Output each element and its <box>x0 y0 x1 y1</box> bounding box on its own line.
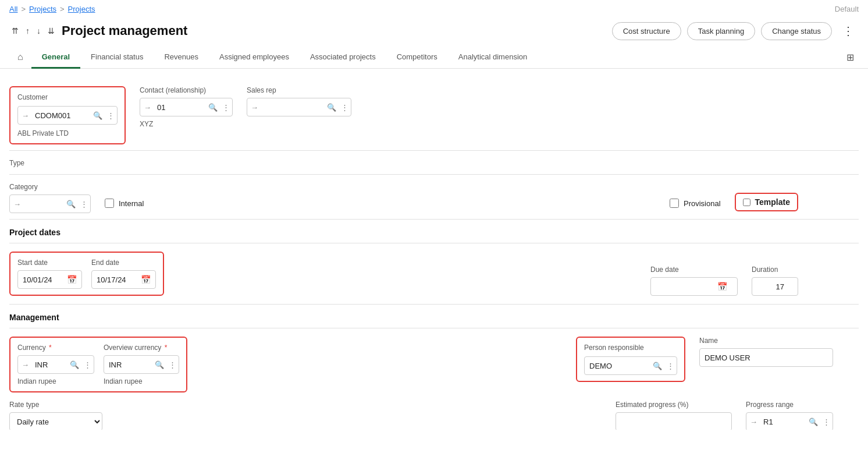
nav-bottom-button[interactable]: ⇊ <box>45 25 57 37</box>
person-responsible-input-combo: 🔍 ⋮ <box>584 356 677 375</box>
overview-currency-search-icon[interactable]: 🔍 <box>152 360 166 369</box>
duration-label: Duration <box>752 266 798 274</box>
project-dates-title: Project dates <box>9 228 859 237</box>
template-section: Template <box>735 193 798 211</box>
estimated-progress-input[interactable] <box>616 412 732 430</box>
overview-currency-more-icon[interactable]: ⋮ <box>166 360 179 369</box>
overview-currency-input[interactable] <box>104 360 152 369</box>
breadcrumb: All > Projects > Projects Default <box>0 0 868 18</box>
change-status-button[interactable]: Change status <box>761 22 832 40</box>
cost-structure-button[interactable]: Cost structure <box>612 22 681 40</box>
rate-type-label: Rate type <box>9 401 102 409</box>
breadcrumb-projects1[interactable]: Projects <box>29 5 56 13</box>
provisional-checkbox[interactable] <box>670 199 679 208</box>
contact-name: XYZ <box>140 120 233 128</box>
sales-rep-section: Sales rep → 🔍 ⋮ <box>247 86 351 116</box>
rate-type-select[interactable]: Daily rate <box>9 412 102 430</box>
internal-checkbox-label[interactable]: Internal <box>105 199 144 208</box>
category-search-icon[interactable]: 🔍 <box>64 200 78 208</box>
progress-range-more-icon[interactable]: ⋮ <box>820 418 833 426</box>
template-checkbox[interactable] <box>743 199 750 206</box>
contact-search-icon[interactable]: 🔍 <box>206 103 220 112</box>
page-title: Project management <box>62 23 607 38</box>
person-responsible-more-icon[interactable]: ⋮ <box>664 362 677 370</box>
customer-search-icon[interactable]: 🔍 <box>91 111 105 120</box>
sales-rep-search-icon[interactable]: 🔍 <box>325 103 339 112</box>
nav-top-button[interactable]: ⇈ <box>9 25 21 37</box>
currency-more-icon[interactable]: ⋮ <box>81 360 94 369</box>
tab-financial-status[interactable]: Financial status <box>80 47 154 69</box>
start-date-label: Start date <box>17 259 82 267</box>
sales-rep-arrow-btn[interactable]: → <box>247 103 262 112</box>
estimated-progress-section: Estimated progress (%) <box>616 401 732 430</box>
nav-up-button[interactable]: ↑ <box>23 25 32 37</box>
provisional-label: Provisional <box>684 199 721 208</box>
end-date-input[interactable] <box>97 275 137 284</box>
category-section: Category → 🔍 ⋮ <box>9 183 91 213</box>
task-planning-button[interactable]: Task planning <box>687 22 756 40</box>
currency-search-icon[interactable]: 🔍 <box>67 360 81 369</box>
provisional-checkbox-label[interactable]: Provisional <box>670 199 721 208</box>
tab-competitors[interactable]: Competitors <box>386 47 448 69</box>
customer-more-icon[interactable]: ⋮ <box>105 111 117 120</box>
start-date-calendar-icon[interactable]: 📅 <box>67 275 77 284</box>
end-date-label: End date <box>91 259 156 267</box>
project-dates-section: Start date 📅 End date 📅 <box>9 252 164 296</box>
nav-down-button[interactable]: ↓ <box>34 25 43 37</box>
category-input[interactable] <box>24 200 64 208</box>
customer-section: Customer → 🔍 ⋮ ABL Private LTD <box>9 86 126 144</box>
header-actions: Cost structure Task planning Change stat… <box>612 22 859 40</box>
customer-input[interactable] <box>33 111 91 120</box>
form-area: Customer → 🔍 ⋮ ABL Private LTD Contact (… <box>0 69 868 430</box>
customer-arrow-btn[interactable]: → <box>18 111 33 120</box>
currency-label: Currency * <box>17 344 94 352</box>
internal-label: Internal <box>119 199 144 208</box>
tab-assigned-employees[interactable]: Assigned employees <box>209 47 300 69</box>
progress-range-input[interactable] <box>761 418 806 426</box>
sales-rep-more-icon[interactable]: ⋮ <box>339 103 351 112</box>
template-label: Template <box>755 197 790 207</box>
estimated-progress-label: Estimated progress (%) <box>616 401 732 409</box>
overview-currency-input-combo: 🔍 ⋮ <box>104 355 179 374</box>
due-date-input-group: 📅 <box>650 277 738 296</box>
sales-rep-input[interactable] <box>262 103 325 112</box>
tabs-bar: ⌂ General Financial status Revenues Assi… <box>0 46 868 69</box>
contact-input-combo: → 🔍 ⋮ <box>140 98 233 116</box>
start-date-input[interactable] <box>23 275 63 284</box>
due-date-input[interactable] <box>656 282 714 291</box>
contact-arrow-btn[interactable]: → <box>140 103 155 112</box>
name-input[interactable] <box>699 348 833 367</box>
due-date-calendar-icon[interactable]: 📅 <box>717 282 727 291</box>
sales-rep-input-combo: → 🔍 ⋮ <box>247 98 351 116</box>
tab-home[interactable]: ⌂ <box>9 46 31 68</box>
breadcrumb-all[interactable]: All <box>9 5 17 13</box>
breadcrumb-sep2: > <box>60 5 65 13</box>
start-date-section: Start date 📅 <box>17 259 82 289</box>
breadcrumb-projects2[interactable]: Projects <box>68 5 95 13</box>
progress-range-search-icon[interactable]: 🔍 <box>806 418 820 426</box>
end-date-calendar-icon[interactable]: 📅 <box>141 275 151 284</box>
currency-arrow-btn[interactable]: → <box>18 360 33 369</box>
tab-analytical-dimension[interactable]: Analytical dimension <box>448 47 538 69</box>
person-responsible-search-icon[interactable]: 🔍 <box>650 362 664 370</box>
duration-input[interactable] <box>752 277 798 296</box>
contact-label: Contact (relationship) <box>140 86 233 94</box>
more-actions-button[interactable]: ⋮ <box>838 22 859 40</box>
progress-range-arrow-btn[interactable]: → <box>746 418 761 426</box>
category-more-icon[interactable]: ⋮ <box>78 200 90 208</box>
type-section: Type <box>9 159 24 168</box>
tab-general[interactable]: General <box>31 47 80 69</box>
contact-input[interactable] <box>155 103 206 112</box>
due-date-section: Due date 📅 <box>650 266 738 296</box>
end-date-input-group: 📅 <box>91 270 156 289</box>
person-responsible-section: Person responsible 🔍 ⋮ <box>576 337 685 382</box>
tab-revenues[interactable]: Revenues <box>154 47 209 69</box>
contact-more-icon[interactable]: ⋮ <box>220 103 232 112</box>
tab-associated-projects[interactable]: Associated projects <box>300 47 386 69</box>
currency-input[interactable] <box>33 360 67 369</box>
internal-checkbox[interactable] <box>105 199 114 208</box>
person-responsible-input[interactable] <box>585 362 650 370</box>
category-arrow-btn[interactable]: → <box>10 200 24 208</box>
category-input-combo: → 🔍 ⋮ <box>9 194 91 213</box>
columns-icon[interactable]: ⊞ <box>842 47 859 68</box>
